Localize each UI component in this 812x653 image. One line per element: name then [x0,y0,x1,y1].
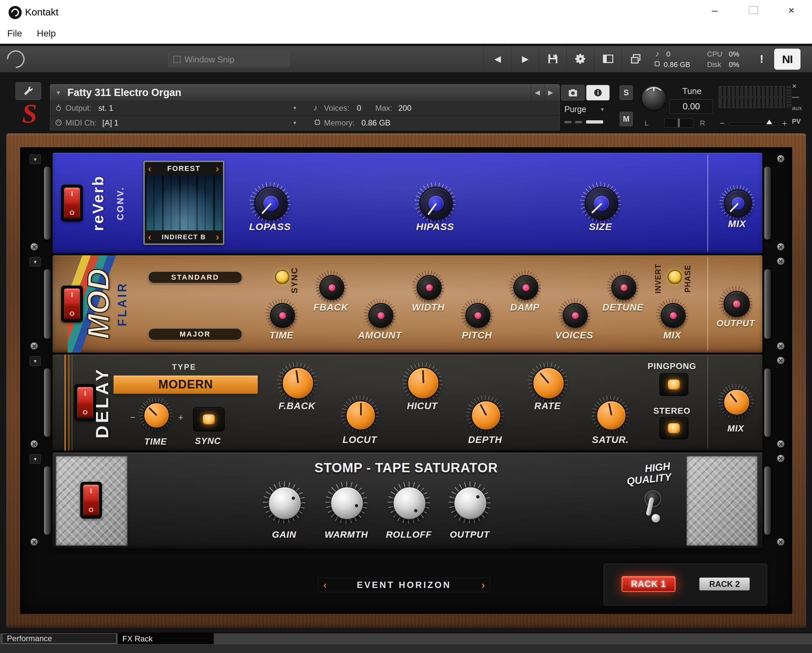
delay-mix-knob[interactable] [723,389,750,416]
ni-logo[interactable]: NI [774,49,800,70]
reverb-collapse-button[interactable]: ▼ [30,154,41,164]
stereo-button[interactable] [659,417,688,439]
tools-button[interactable] [15,82,41,100]
mod-mode-major[interactable]: MAJOR [148,328,243,341]
tune-knob[interactable] [642,86,665,110]
prev-instrument-button[interactable]: ◀ [531,84,543,100]
output-knob[interactable] [454,487,487,519]
phase-invert-led[interactable] [668,270,682,284]
maximize-button[interactable] [738,0,769,20]
detune-knob[interactable] [611,275,636,300]
save-button[interactable] [539,46,567,72]
delay-sync-button[interactable] [193,407,224,431]
tab-performance[interactable]: Performance [2,633,116,644]
mute-button[interactable]: M [620,112,633,126]
pingpong-button[interactable] [659,373,688,396]
locut-knob[interactable] [346,400,376,431]
rolloff-knob[interactable] [393,487,426,519]
delay-panel: I O DELAY TYPE MODERN − + TIME SYNC F.BA… [52,354,763,451]
midi-channel-value[interactable]: [A] 1 [102,118,118,128]
solo-button[interactable]: S [620,85,633,100]
forward-button[interactable]: ▶ [511,46,539,72]
knob-label: RATE [515,400,580,411]
back-button[interactable]: ◀ [484,46,511,72]
reverb-type: CONV. [113,156,128,250]
hipass-knob[interactable] [419,187,453,220]
pan-display[interactable] [664,118,693,128]
midi-dropdown-icon[interactable]: ▼ [292,120,297,126]
mod-mix-knob[interactable] [661,303,686,328]
reverb-power-switch[interactable]: I O [61,185,83,222]
info-button[interactable] [586,85,610,100]
browser-layout-button[interactable] [594,46,622,72]
width-knob[interactable] [417,275,442,300]
amount-knob[interactable] [368,303,393,328]
rack-2-button[interactable]: RACK 2 [699,577,750,591]
volume-plus-label: + [782,118,787,128]
purge-button[interactable]: Purge [564,105,586,114]
damp-knob[interactable] [513,275,538,300]
reverb-brand: reVerb [87,156,108,250]
prev-variant-icon[interactable]: ‹ [148,232,152,242]
minimize-view-button[interactable] [621,46,650,72]
prev-ir-icon[interactable]: ‹ [148,164,152,174]
delay-time-knob[interactable] [143,402,170,429]
close-button[interactable]: × [775,0,807,20]
tab-fx-rack[interactable]: FX Rack [118,633,214,644]
next-ir-icon[interactable]: › [216,164,220,174]
row-divider [50,115,559,116]
meter-segment-bright [586,120,603,123]
prev-preset-icon[interactable]: ‹ [323,580,327,590]
aux-button[interactable]: aux [792,105,802,112]
menu-file[interactable]: File [7,28,22,39]
snapshot-button[interactable] [561,85,585,100]
tune-value[interactable]: 0.00 [670,99,713,114]
settings-button[interactable] [566,46,594,72]
fx-preset-name[interactable]: EVENT HORIZON [357,580,451,590]
rate-knob[interactable] [533,367,565,399]
lopass-knob[interactable] [254,187,288,220]
instrument-collapse-icon[interactable]: ▼ [56,90,61,96]
minimize-button[interactable]: – [699,0,730,20]
volume-slider-handle[interactable] [766,120,772,124]
next-variant-icon[interactable]: › [216,232,220,242]
mod-output-knob[interactable] [723,291,750,317]
reverb-preset-top[interactable]: FOREST [167,164,200,173]
delay-collapse-button[interactable]: ▼ [30,356,41,366]
output-value[interactable]: st. 1 [98,104,113,113]
feedback-knob[interactable] [282,367,314,399]
mod-power-switch[interactable]: I O [61,286,83,323]
fback-knob[interactable] [319,275,344,300]
size-knob[interactable] [585,187,618,220]
delay-type-selector[interactable]: MODERN [113,375,258,394]
panic-button[interactable]: ! [754,49,769,69]
depth-knob[interactable] [471,400,501,431]
gain-knob[interactable] [269,487,301,519]
saturation-knob[interactable] [596,400,626,431]
instrument-header-strip[interactable]: ▼ Fatty 311 Electro Organ ◀ ▶ [50,84,560,101]
mod-sync-led[interactable] [275,270,289,284]
output-dropdown-icon[interactable]: ▼ [292,105,297,111]
next-instrument-button[interactable]: ▶ [544,84,557,100]
rack-1-button[interactable]: RACK 1 [621,576,676,592]
reverb-preset-bottom[interactable]: INDIRECT B [162,233,206,241]
time-knob[interactable] [270,303,295,328]
instrument-minimize-button[interactable]: — [792,93,799,101]
high-quality-toggle[interactable] [643,490,663,523]
hicut-knob[interactable] [407,367,440,399]
voices-knob[interactable] [563,303,588,328]
next-preset-icon[interactable]: › [481,580,485,590]
reverb-mix-knob[interactable] [724,189,752,218]
stomp-collapse-button[interactable]: ▼ [30,454,41,464]
mod-mode-standard[interactable]: STANDARD [148,271,243,284]
max-voices-value[interactable]: 200 [398,104,411,113]
stomp-power-switch[interactable]: I O [80,482,102,519]
performance-view-button[interactable]: PV [792,118,801,125]
pitch-knob[interactable] [466,303,490,328]
warmth-knob[interactable] [331,487,363,519]
instrument-close-button[interactable]: × [792,82,797,91]
mod-collapse-button[interactable]: ▼ [30,257,41,266]
purge-dropdown-icon[interactable]: ▼ [600,107,605,112]
kontakt-menu-button[interactable] [5,49,26,70]
menu-help[interactable]: Help [37,28,56,39]
